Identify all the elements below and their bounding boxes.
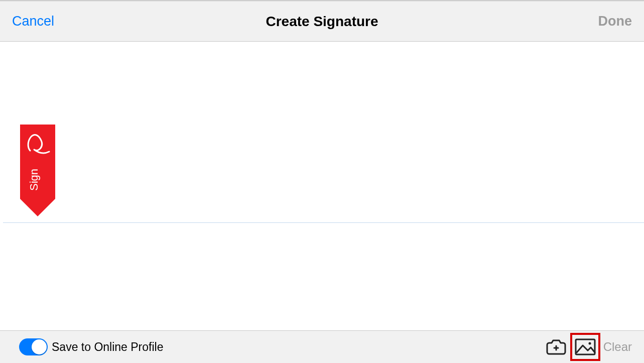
dialog-title: Create Signature [0,14,644,30]
sign-bookmark-tab[interactable]: Sign [20,125,55,217]
svg-text:Sign: Sign [28,169,40,191]
image-button-highlight [570,333,600,361]
dialog-footer: Save to Online Profile Clear [0,330,644,363]
image-icon [575,338,596,355]
save-online-profile-label: Save to Online Profile [52,340,163,354]
camera-icon [546,339,566,355]
signature-baseline [3,222,644,223]
camera-button[interactable] [545,336,567,358]
image-button[interactable] [574,336,596,358]
done-button[interactable]: Done [598,14,632,29]
save-online-profile-toggle[interactable] [19,338,48,355]
clear-button[interactable]: Clear [603,340,632,354]
dialog-header: Cancel Create Signature Done [0,2,644,42]
sign-bookmark-icon: Sign [20,125,55,217]
signature-canvas[interactable]: Sign [0,42,644,330]
cancel-button[interactable]: Cancel [12,14,54,29]
svg-point-4 [588,342,591,345]
